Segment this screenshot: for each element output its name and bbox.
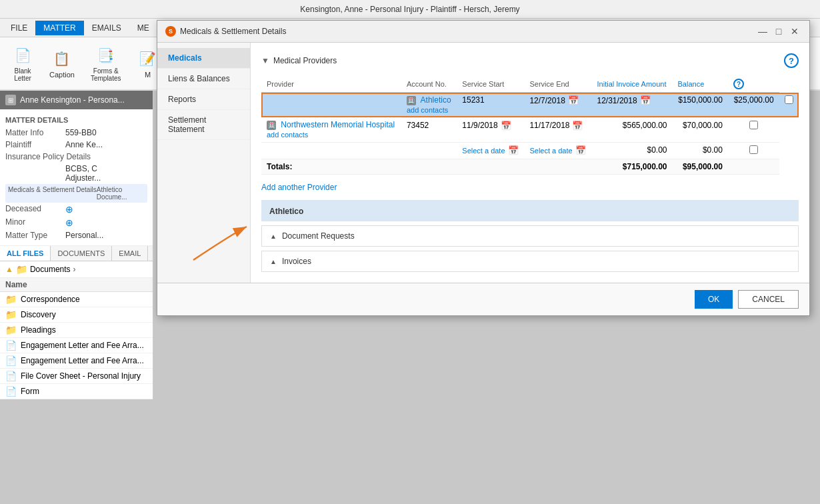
cancel-button[interactable]: CANCEL <box>738 290 799 309</box>
initial-invoice-cell-athletico: $150,000.00 <box>673 93 728 118</box>
tab-documents[interactable]: DOCUMENTS <box>51 246 112 261</box>
service-start-date-empty: Select a date 📅 <box>462 145 519 155</box>
file-list: 📁 Correspondence 📁 Discovery 📁 Pleadings… <box>0 292 153 399</box>
menu-matter[interactable]: MATTER <box>35 21 83 35</box>
doc-red-icon: 📄 <box>5 355 17 366</box>
ribbon-btn-blank-letter[interactable]: 📄 Blank Letter <box>5 42 40 85</box>
provider-cell-northwestern: 🏥 Northwestern Memorial Hospital add con… <box>261 117 401 142</box>
calendar-icon-start-athletico[interactable]: 📅 <box>568 95 579 105</box>
file-name: File Cover Sheet - Personal Injury <box>21 371 141 381</box>
checkbox-cell-athletico <box>779 93 799 118</box>
matter-header-text: Anne Kensington - Persona... <box>20 95 125 105</box>
app-titlebar: Kensington, Anne - Personal Injury - Pla… <box>0 0 820 19</box>
provider-name-northwestern[interactable]: Northwestern Memorial Hospital <box>281 120 395 129</box>
detail-row-matter-type: Matter Type Personal... <box>5 229 147 241</box>
calendar-icon-end-athletico[interactable]: 📅 <box>640 95 651 105</box>
document-requests-header[interactable]: ▲ Document Requests <box>262 226 798 246</box>
calendar-icon-end-northwestern[interactable]: 📅 <box>572 121 583 131</box>
doc-blue-icon: 📄 <box>5 386 17 397</box>
doc-blue-icon: 📄 <box>5 371 17 381</box>
medicals-label: Medicals & Settlement Details <box>8 186 97 201</box>
calendar-icon-start-empty[interactable]: 📅 <box>508 145 519 155</box>
ribbon-label-forms-templates: Forms &Templates <box>91 67 121 82</box>
checkbox-empty[interactable] <box>749 145 758 154</box>
list-item[interactable]: 📄 Engagement Letter and Fee Arra... <box>0 353 153 369</box>
insurance-value: BCBS, CAdjuster... <box>65 164 101 183</box>
m-icon: 📝 <box>137 48 159 69</box>
dialog-content: ▼ Medical Providers ? Provider Account N… <box>251 91 809 283</box>
tab-email[interactable]: EMAIL <box>112 246 148 261</box>
list-item[interactable]: 📁 Correspondence <box>0 292 153 307</box>
service-start-cell-athletico: 12/7/2018 📅 <box>524 93 591 118</box>
checkbox-northwestern[interactable] <box>749 121 758 129</box>
service-end-date-northwestern: 11/17/2018 📅 <box>529 121 586 131</box>
invoices-header[interactable]: ▲ Invoices <box>262 251 798 271</box>
breadcrumb-folder-icon: ▲ <box>5 265 13 274</box>
checkbox-cell-empty <box>728 143 779 159</box>
main-content: ⊞ Anne Kensington - Persona... MATTER DE… <box>0 91 820 399</box>
balance-cell-empty: $0.00 <box>673 143 728 159</box>
invoices-section: ▲ Invoices <box>261 251 799 272</box>
ribbon-label-blank-letter: Blank Letter <box>14 67 31 82</box>
checkbox-athletico[interactable] <box>785 95 793 104</box>
dialog-nav: Medicals Liens & Balances Reports Settle… <box>157 91 251 283</box>
deceased-add-btn[interactable]: ⊕ <box>65 204 73 215</box>
ribbon-btn-forms-templates[interactable]: 📑 Forms &Templates <box>84 42 128 85</box>
add-provider-link[interactable]: Add another Provider <box>261 180 337 195</box>
folder-icon: 📁 <box>5 309 17 320</box>
file-name: Form <box>21 387 39 396</box>
balance-cell-northwestern: $70,000.00 <box>673 117 728 142</box>
service-start-date-athletico: 12/7/2018 📅 <box>529 95 586 105</box>
provider-icon: 🏥 <box>407 96 416 105</box>
file-name: Discovery <box>21 310 56 319</box>
minor-label: Minor <box>5 217 65 228</box>
nav-item-reports[interactable]: Reports <box>157 91 250 110</box>
folder-icon: 📁 <box>5 325 17 335</box>
service-end-cell-empty: Select a date 📅 <box>524 143 591 159</box>
calendar-icon-start-northwestern[interactable]: 📅 <box>501 121 511 131</box>
ok-button[interactable]: OK <box>695 290 733 309</box>
detail-row-deceased: Deceased ⊕ <box>5 203 147 216</box>
dialog-footer: OK CANCEL <box>157 283 809 315</box>
matter-type-label: Matter Type <box>5 231 65 240</box>
account-no-cell-northwestern: 73452 <box>401 117 457 142</box>
service-end-cell-northwestern: 11/17/2018 📅 <box>524 117 591 142</box>
menu-file[interactable]: FILE <box>3 21 35 35</box>
list-item[interactable]: 📁 Discovery <box>0 307 153 323</box>
detail-row-insurance: Insurance Policy Details <box>5 151 147 163</box>
totals-empty-2 <box>457 159 524 175</box>
matter-details-title: MATTER DETAILS <box>5 113 147 127</box>
breadcrumb-text: Documents <box>30 265 71 274</box>
add-contacts-athletico[interactable]: add contacts <box>407 106 448 114</box>
nav-item-settlement-statement[interactable]: Settlement Statement <box>157 110 250 140</box>
menu-emails[interactable]: EMAILS <box>84 21 129 35</box>
provider-cell-empty <box>261 143 401 159</box>
detail-row-matter-info: Matter Info 559-BB0 <box>5 127 147 139</box>
table-row[interactable]: 🏥 Athletico add contacts 15231 12/7/2018… <box>261 93 799 118</box>
tab-all-files[interactable]: ALL FILES <box>0 246 51 261</box>
ribbon-btn-caption[interactable]: 📋 Caption <box>43 45 81 81</box>
table-row[interactable]: Select a date 📅 Select a date 📅 $0 <box>261 143 799 159</box>
provider-icon: 🏥 <box>267 121 276 130</box>
providers-table: Provider Account No. Service Start Servi… <box>261 91 799 175</box>
add-contacts-northwestern[interactable]: add contacts <box>267 131 308 139</box>
provider-name-athletico[interactable]: Athletico <box>421 95 451 105</box>
provider-cell-athletico: 🏥 Athletico add contacts <box>401 93 457 118</box>
menu-me[interactable]: ME <box>129 21 157 35</box>
matter-header-icon: ⊞ <box>5 95 16 105</box>
totals-balance: $95,000.00 <box>673 159 728 175</box>
table-row[interactable]: 🏥 Northwestern Memorial Hospital add con… <box>261 117 799 142</box>
list-item[interactable]: 📄 Engagement Letter and Fee Arra... <box>0 338 153 353</box>
calendar-icon-end-empty[interactable]: 📅 <box>575 145 586 155</box>
dialog-body: Medicals Liens & Balances Reports Settle… <box>157 91 809 283</box>
list-item[interactable]: 📄 Form <box>0 384 153 399</box>
file-breadcrumb: ▲ 📁 Documents › <box>0 261 153 278</box>
list-item[interactable]: 📄 File Cover Sheet - Personal Injury <box>0 369 153 384</box>
account-no-cell-empty <box>401 143 457 159</box>
deceased-label: Deceased <box>5 204 65 215</box>
service-start-date-northwestern: 11/9/2018 📅 <box>462 121 519 131</box>
detail-row-medicals[interactable]: Medicals & Settlement Details AthleticoD… <box>5 184 147 203</box>
minor-add-btn[interactable]: ⊕ <box>65 217 73 228</box>
list-item[interactable]: 📁 Pleadings <box>0 323 153 338</box>
ribbon-label-caption: Caption <box>49 71 75 79</box>
